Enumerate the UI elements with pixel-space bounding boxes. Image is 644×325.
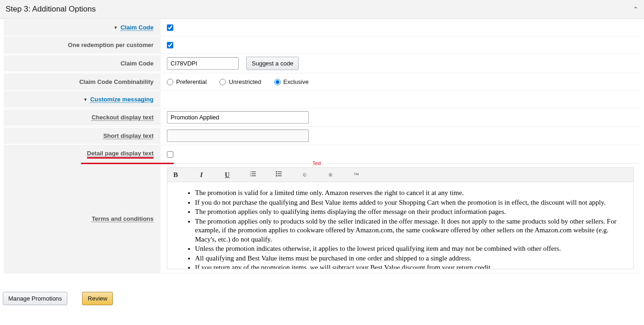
label-claim-code-link[interactable]: ▼ Claim Code xyxy=(4,19,160,35)
trademark-icon[interactable]: ™ xyxy=(352,172,361,177)
terms-item: Unless the promotion indicates otherwise… xyxy=(195,244,624,254)
triangle-down-icon: ▼ xyxy=(83,97,88,102)
terms-item: All qualifying and Best Value items must… xyxy=(195,254,624,263)
radio-unrestricted[interactable] xyxy=(219,79,226,85)
terms-item: The promotion applies only to products s… xyxy=(195,217,624,244)
row-checkout-display: Checkout display text xyxy=(4,108,640,127)
label-terms: Terms and conditions xyxy=(4,164,160,273)
registered-icon[interactable]: ® xyxy=(326,172,335,177)
row-customize-messaging: ▼ Customize messaging xyxy=(4,91,640,108)
detail-page-checkbox[interactable] xyxy=(167,151,173,158)
row-claim-code-toggle: ▼ Claim Code xyxy=(4,19,640,36)
step-title: Step 3: Additional Options xyxy=(6,5,96,14)
label-customize-messaging[interactable]: ▼ Customize messaging xyxy=(4,91,160,107)
suggest-code-button[interactable]: Suggest a code xyxy=(246,57,299,70)
radio-preferential-label[interactable]: Preferential xyxy=(176,78,207,85)
editor-toolbar: B I U 123 © ® ™ xyxy=(167,168,633,182)
row-claim-code-input: Claim Code Suggest a code xyxy=(4,54,640,73)
short-display-input[interactable] xyxy=(167,130,309,142)
terms-item: The promotion applies only to qualifying… xyxy=(195,207,624,217)
label-short-display: Short display text xyxy=(4,128,160,144)
label-one-redemption: One redemption per customer xyxy=(4,37,160,53)
terms-list: The promotion is valid for a limited tim… xyxy=(186,189,624,269)
footer-actions: Manage Promotions Review xyxy=(0,273,644,311)
step-header[interactable]: Step 3: Additional Options ⌃ xyxy=(0,0,644,19)
radio-unrestricted-label[interactable]: Unrestricted xyxy=(229,78,261,85)
radio-exclusive-label[interactable]: Exclusive xyxy=(284,78,309,85)
ordered-list-icon[interactable]: 123 xyxy=(248,171,258,179)
bold-icon[interactable]: B xyxy=(171,171,180,179)
row-terms: Terms and conditions B I U 123 © ® ™ xyxy=(4,164,640,273)
radio-exclusive[interactable] xyxy=(274,79,281,85)
terms-editor: B I U 123 © ® ™ The promotion is valid f xyxy=(167,167,634,269)
row-detail-page: Detail page display text Text xyxy=(4,145,640,164)
one-redemption-checkbox[interactable] xyxy=(167,42,173,48)
unordered-list-icon[interactable] xyxy=(274,171,284,179)
label-detail-page: Detail page display text xyxy=(4,145,160,163)
svg-point-10 xyxy=(276,175,277,177)
svg-text:3: 3 xyxy=(250,175,251,177)
label-checkout-display: Checkout display text xyxy=(4,109,160,125)
terms-item: The promotion is valid for a limited tim… xyxy=(195,189,624,198)
claim-code-checkbox[interactable] xyxy=(167,24,173,31)
row-one-redemption: One redemption per customer xyxy=(4,36,640,54)
underline-icon[interactable]: U xyxy=(223,171,232,179)
combinability-radio-group: Preferential Unrestricted Exclusive xyxy=(167,78,308,85)
label-combinability: Claim Code Combinability xyxy=(4,74,160,90)
terms-item: If you return any of the promotion items… xyxy=(195,263,624,269)
manage-promotions-button[interactable]: Manage Promotions xyxy=(3,292,67,305)
label-claim-code: Claim Code xyxy=(4,55,160,71)
triangle-down-icon: ▼ xyxy=(114,25,118,30)
text-badge: Text xyxy=(313,161,325,166)
terms-editor-body[interactable]: The promotion is valid for a limited tim… xyxy=(167,182,633,269)
checkout-display-input[interactable] xyxy=(167,111,309,124)
row-short-display: Short display text xyxy=(4,127,640,145)
radio-preferential[interactable] xyxy=(167,79,173,85)
chevron-up-icon[interactable]: ⌃ xyxy=(633,6,638,13)
italic-icon[interactable]: I xyxy=(197,171,206,179)
review-button[interactable]: Review xyxy=(82,292,113,305)
copyright-icon[interactable]: © xyxy=(300,172,309,177)
terms-item: If you do not purchase the qualifying an… xyxy=(195,198,624,207)
claim-code-input[interactable] xyxy=(167,57,239,70)
row-combinability: Claim Code Combinability Preferential Un… xyxy=(4,73,640,91)
red-underline-marker xyxy=(81,163,174,164)
form-container: ▼ Claim Code One redemption per customer… xyxy=(0,19,644,273)
svg-point-8 xyxy=(276,173,277,175)
svg-point-6 xyxy=(276,171,277,172)
